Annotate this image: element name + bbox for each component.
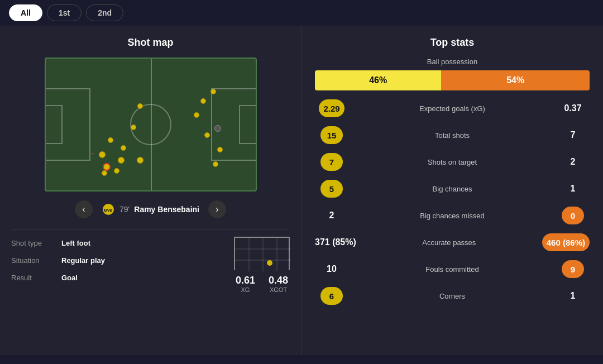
stat-left-total-shots: 15	[315, 126, 348, 144]
xg-stats: 0.61 xG 0.48 xGOT	[236, 275, 288, 293]
stat-right-fouls: 9	[556, 260, 590, 278]
pitch: →	[45, 58, 257, 191]
center-line	[151, 59, 152, 190]
result-label: Result	[11, 271, 61, 284]
stat-right-accurate-passes: 460 (86%)	[542, 233, 590, 251]
stat-num-big-chances-missed-left: 2	[329, 210, 334, 220]
shot-type-row: Shot type Left foot	[11, 237, 225, 250]
stat-label-xg: Expected goals (xG)	[353, 104, 552, 113]
stat-row-big-chances-missed: 2 Big chances missed 0	[315, 207, 590, 224]
next-shot-button[interactable]: ›	[208, 200, 226, 218]
right-goal-box	[239, 105, 256, 144]
team-logo: BVB	[102, 203, 115, 216]
stat-label-shots-target: Shots on target	[353, 158, 552, 166]
period-selector: All 1st 2nd	[0, 0, 603, 26]
stat-row-corners: 6 Corners 1	[315, 287, 590, 305]
stat-label-fouls: Fouls committed	[353, 265, 552, 274]
shot-dot[interactable]	[137, 157, 143, 164]
shot-dot[interactable]	[137, 103, 143, 109]
shot-dot[interactable]	[131, 124, 136, 130]
stat-right-big-chances-missed: 0	[556, 207, 590, 224]
shot-type-value: Left foot	[61, 237, 90, 250]
stat-left-big-chances: 5	[315, 180, 348, 198]
xgot-item: 0.48 xGOT	[269, 275, 288, 293]
stat-row-shots-target: 7 Shots on target 2	[315, 153, 590, 171]
stat-label-corners: Corners	[353, 292, 552, 300]
shot-dot-goal[interactable]	[103, 163, 111, 171]
shot-dot[interactable]	[214, 125, 221, 132]
stat-right-xg: 0.37	[556, 103, 590, 113]
shot-details: Shot type Left foot Situation Regular pl…	[11, 229, 290, 293]
stat-left-xg: 2.29	[315, 99, 348, 117]
top-stats-title: Top stats	[315, 37, 590, 49]
shot-map-panel: Shot map →	[0, 26, 302, 355]
prev-shot-button[interactable]: ‹	[75, 200, 93, 218]
goal-net-svg	[235, 238, 291, 271]
possession-right: 54%	[441, 70, 590, 90]
stat-right-shots-target: 2	[556, 157, 590, 167]
shot-dot[interactable]	[194, 112, 199, 118]
stat-num-shots-target-right: 2	[571, 157, 576, 166]
stat-row-accurate-passes: 371 (85%) Accurate passes 460 (86%)	[315, 233, 590, 251]
badge-fouls-right: 9	[562, 260, 584, 278]
badge-xg-left: 2.29	[319, 99, 344, 117]
period-1st-button[interactable]: 1st	[47, 4, 82, 21]
period-2nd-button[interactable]: 2nd	[86, 4, 123, 21]
result-value: Goal	[61, 271, 78, 284]
shot-dot[interactable]	[114, 168, 119, 174]
stat-right-corners: 1	[556, 291, 590, 301]
shot-details-left: Shot type Left foot Situation Regular pl…	[11, 237, 225, 293]
stat-num-fouls-left: 10	[327, 264, 337, 274]
stat-left-shots-target: 7	[315, 153, 348, 171]
badge-corners-left: 6	[320, 287, 343, 305]
situation-label: Situation	[11, 254, 61, 267]
shot-type-label: Shot type	[11, 237, 61, 250]
stat-num-total-shots-right: 7	[571, 130, 576, 140]
stat-num-accurate-passes-left: 371 (85%)	[315, 237, 356, 247]
player-name: Ramy Bensebaini	[134, 205, 199, 214]
result-row: Result Goal	[11, 271, 225, 284]
shot-dot[interactable]	[213, 161, 218, 167]
stat-label-big-chances-missed: Big chances missed	[353, 212, 552, 220]
possession-left: 46%	[315, 70, 441, 90]
badge-total-shots-left: 15	[320, 126, 343, 144]
stat-left-accurate-passes: 371 (85%)	[315, 237, 356, 247]
situation-row: Situation Regular play	[11, 254, 225, 267]
shot-dot[interactable]	[204, 132, 210, 138]
stat-row-xg: 2.29 Expected goals (xG) 0.37	[315, 99, 590, 117]
left-goal-box	[46, 105, 63, 144]
stat-num-corners-right: 1	[571, 291, 576, 300]
badge-big-chances-left: 5	[320, 180, 343, 198]
shot-dot[interactable]	[121, 145, 126, 151]
stat-label-total-shots: Total shots	[353, 131, 552, 140]
shot-map-title: Shot map	[11, 37, 290, 49]
stat-num-xg-right: 0.37	[564, 103, 581, 113]
stat-label-accurate-passes: Accurate passes	[361, 238, 538, 247]
shot-dot[interactable]	[108, 137, 113, 143]
svg-point-7	[267, 260, 272, 266]
shot-dot[interactable]	[200, 98, 206, 104]
main-content: Shot map →	[0, 26, 603, 355]
stat-left-corners: 6	[315, 287, 348, 305]
shot-player-info: BVB 79' Ramy Bensebaini	[102, 203, 199, 216]
shot-dot[interactable]	[118, 157, 125, 164]
xg-label: xG	[236, 286, 255, 293]
shot-dot[interactable]	[102, 170, 107, 176]
shot-dot[interactable]	[210, 89, 216, 94]
stat-row-big-chances: 5 Big chances 1	[315, 180, 590, 198]
possession-bar: 46% 54%	[315, 70, 590, 90]
shot-dot[interactable]	[99, 151, 106, 158]
xg-item: 0.61 xG	[236, 275, 255, 293]
shot-dot[interactable]	[217, 147, 223, 152]
goal-visual: 0.61 xG 0.48 xGOT	[234, 237, 290, 293]
stat-label-big-chances: Big chances	[353, 185, 552, 193]
xgot-label: xGOT	[269, 286, 288, 293]
shot-time: 79'	[119, 205, 130, 214]
situation-value: Regular play	[61, 254, 105, 267]
stat-num-big-chances-right: 1	[571, 184, 576, 193]
top-stats-panel: Top stats Ball possession 46% 54% 2.29 E…	[302, 26, 603, 355]
possession-label: Ball possession	[315, 58, 590, 66]
period-all-button[interactable]: All	[9, 4, 42, 21]
shot-navigation: ‹ BVB 79' Ramy Bensebaini ›	[11, 200, 290, 218]
svg-text:BVB: BVB	[104, 208, 113, 212]
